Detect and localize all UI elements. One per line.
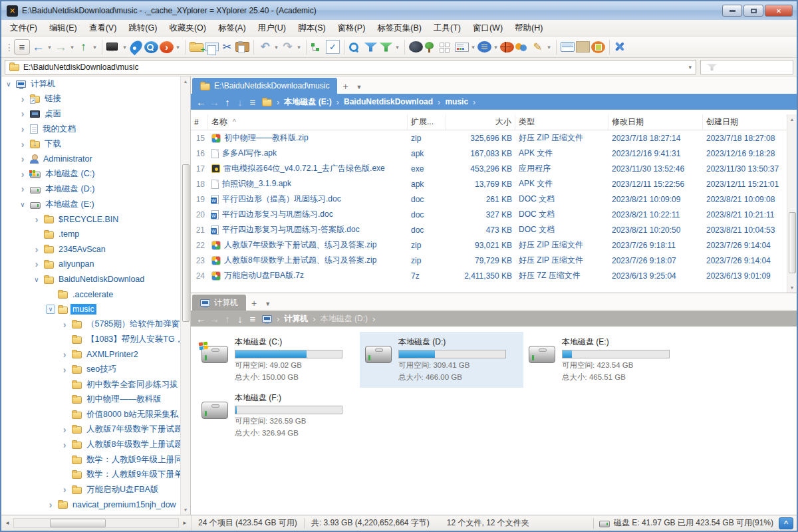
go-circle-icon[interactable]	[160, 41, 174, 53]
color-circles-icon[interactable]	[515, 42, 529, 52]
expander-icon[interactable]	[32, 244, 41, 255]
undo-arrow-icon[interactable]	[258, 39, 272, 56]
expander-icon[interactable]	[60, 484, 69, 495]
minimize-button[interactable]	[722, 5, 742, 17]
address-bar[interactable]: E:\BaiduNetdiskDownload\music ▾	[5, 60, 696, 74]
file-row[interactable]: 19 平行四边形（提高）巩固练习.doc doc 261 KB DOC 文档 2…	[191, 192, 797, 207]
col-size[interactable]: 大小	[446, 114, 515, 130]
breadcrumb-drive[interactable]: 本地磁盘 (E:)	[284, 96, 331, 108]
separator-icon[interactable]	[404, 40, 405, 55]
expander-icon[interactable]	[32, 276, 41, 283]
expander-icon[interactable]	[60, 424, 69, 435]
status-up-button[interactable]: ^	[779, 517, 793, 529]
down-arrow-icon[interactable]	[235, 312, 245, 325]
back-arrow-icon[interactable]	[31, 39, 45, 56]
menu-icon-icon[interactable]	[248, 95, 257, 108]
new-folder-icon[interactable]	[190, 43, 203, 52]
live-filter-box[interactable]	[700, 60, 793, 74]
expander-icon[interactable]	[32, 214, 41, 225]
menu-item[interactable]: 收藏夹(O)	[163, 21, 212, 36]
search-magnifier-icon[interactable]	[348, 42, 362, 53]
breadcrumb-current[interactable]: music	[445, 97, 468, 106]
expander-icon[interactable]	[18, 124, 27, 134]
scroll-up-icon[interactable]: ▲	[184, 76, 188, 86]
copy-files-icon[interactable]	[205, 43, 219, 51]
address-dropdown-icon[interactable]: ▾	[688, 64, 692, 70]
tree-item[interactable]: 链接	[1, 92, 190, 107]
scripts-badge-icon[interactable]	[477, 41, 491, 53]
menu-button-icon[interactable]	[14, 39, 30, 55]
dropdown-arrow-icon[interactable]	[296, 39, 302, 56]
dropdown-arrow-icon[interactable]	[394, 39, 400, 56]
scroll-thumb[interactable]	[789, 212, 796, 273]
location-pin-icon[interactable]	[128, 39, 144, 55]
expander-icon[interactable]	[18, 184, 27, 194]
file-row[interactable]: 20 平行四边形复习与巩固练习.doc doc 327 KB DOC 文档 20…	[191, 207, 797, 222]
separator-icon[interactable]	[556, 40, 557, 55]
menu-icon-icon[interactable]	[248, 312, 257, 325]
tab-list-button[interactable]: ▼	[262, 301, 273, 311]
split-horizontal-panes-icon[interactable]	[561, 42, 575, 52]
redo-arrow-icon[interactable]	[281, 39, 295, 56]
tab-music[interactable]: E:\BaiduNetdiskDownload\music	[192, 78, 337, 94]
expander-icon[interactable]	[60, 440, 69, 450]
tree-item[interactable]: 我的文档	[1, 122, 190, 137]
tree-item[interactable]: 价值8000 b站无限采集私	[1, 407, 190, 422]
col-created[interactable]: 创建日期	[703, 114, 797, 130]
tree-item[interactable]: 桌面	[1, 106, 190, 122]
expander-icon[interactable]	[18, 94, 27, 104]
cut-scissors-icon[interactable]	[220, 39, 234, 56]
expander-icon[interactable]	[46, 499, 55, 510]
tree-item[interactable]: 人教版7年级数学下册试题	[1, 422, 190, 438]
separator-icon[interactable]	[344, 40, 344, 55]
new-tab-button[interactable]: +	[247, 298, 261, 311]
dropdown-arrow-icon[interactable]	[69, 39, 75, 56]
separator-icon[interactable]	[185, 40, 186, 55]
mirror-circle-icon[interactable]	[591, 41, 605, 53]
breadcrumb-folder[interactable]: BaiduNetdiskDownload	[344, 97, 433, 106]
up-arrow-icon[interactable]	[223, 95, 232, 108]
drive-tile[interactable]: 本地磁盘 (E:) 可用空间: 423.54 GB 总大小: 465.51 GB	[523, 332, 687, 388]
expander-icon[interactable]	[18, 201, 27, 208]
paint-brush-icon[interactable]	[531, 39, 545, 56]
separator-icon[interactable]	[306, 40, 307, 55]
tree-item[interactable]: 【1083】帮别人安装TG，	[1, 332, 190, 347]
single-panel-icon[interactable]	[576, 41, 590, 53]
forward-arrow-icon[interactable]	[209, 312, 219, 325]
new-tab-button[interactable]: +	[338, 81, 352, 94]
expander-icon[interactable]	[18, 169, 27, 180]
expander-icon[interactable]	[32, 259, 41, 269]
file-row[interactable]: 17 雷电模拟器64位_v4.0.72.1_去广告绿色版.exe exe 453…	[191, 161, 797, 176]
expander-icon[interactable]	[18, 139, 27, 150]
file-row[interactable]: 16 多多AI写作.apk apk 167,083 KB APK 文件 2023…	[191, 146, 797, 161]
zoom-circle-icon[interactable]	[144, 41, 158, 53]
menu-item[interactable]: 编辑(E)	[43, 21, 83, 36]
scroll-thumb[interactable]	[182, 164, 190, 322]
tree-item[interactable]: 2345AvScan	[1, 242, 190, 257]
separator-icon[interactable]	[253, 40, 254, 55]
forward-arrow-icon[interactable]	[209, 95, 219, 108]
expander-icon[interactable]	[60, 364, 69, 375]
dropdown-arrow-icon[interactable]	[470, 39, 476, 56]
scroll-thumb[interactable]	[50, 519, 106, 527]
forward-arrow-icon[interactable]	[54, 39, 68, 56]
separator-icon[interactable]	[609, 40, 610, 55]
tree-item[interactable]: 人教版8年级数学上册试题	[1, 437, 190, 452]
dropdown-arrow-icon[interactable]	[47, 39, 53, 56]
menu-item[interactable]: 跳转(G)	[122, 21, 163, 36]
file-row[interactable]: 15 初中物理——教科版.zip zip 325,696 KB 好压 ZIP 压…	[191, 130, 797, 146]
menu-item[interactable]: 脚本(S)	[292, 21, 332, 36]
scroll-down-icon[interactable]: ▼	[184, 505, 188, 515]
settings-tools-icon[interactable]	[614, 41, 628, 53]
col-name[interactable]: 名称^	[208, 114, 408, 130]
menu-item[interactable]: 帮助(H)	[509, 21, 549, 36]
down-arrow-icon[interactable]	[235, 95, 245, 108]
dropdown-arrow-icon[interactable]	[273, 39, 279, 56]
tree-item[interactable]: $RECYCLE.BIN	[1, 211, 190, 227]
tree-item[interactable]: navicat_premium15njh_dow	[1, 497, 190, 513]
filter-funnel-green-icon[interactable]	[379, 43, 393, 52]
file-row[interactable]: 23 人教版8年级数学上册试题、练习及答案.zip zip 79,729 KB …	[191, 253, 797, 268]
dropdown-arrow-icon[interactable]	[122, 39, 128, 56]
tree-vertical-scrollbar[interactable]: ▲ ▼	[180, 76, 190, 515]
tree-item[interactable]: 本地磁盘 (D:)	[1, 182, 190, 197]
